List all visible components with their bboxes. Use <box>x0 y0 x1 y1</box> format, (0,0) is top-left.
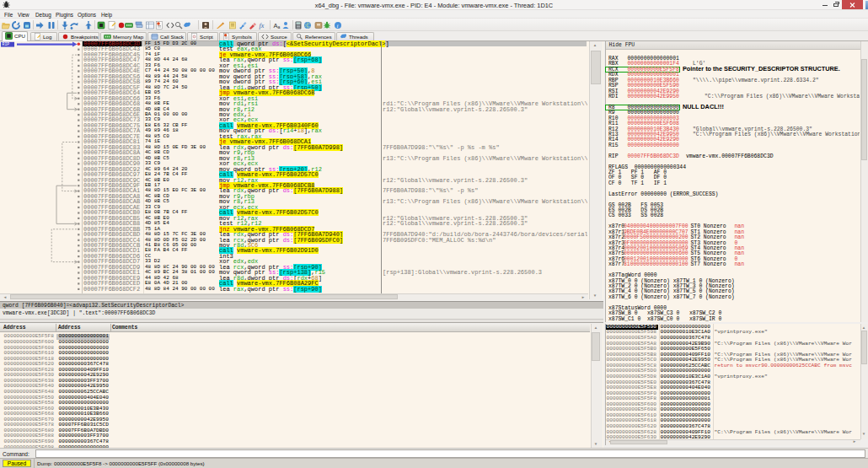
svg-text:a: a <box>277 24 280 29</box>
svg-text:i: i <box>336 22 338 29</box>
svg-text:RIP: RIP <box>3 42 10 46</box>
svg-text:fx: fx <box>260 22 265 30</box>
